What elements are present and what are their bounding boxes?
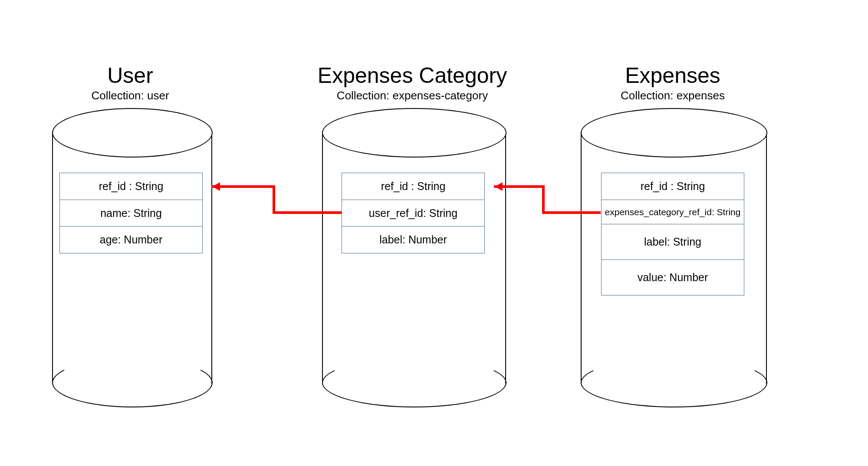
- collection-title-user: User: [107, 63, 153, 88]
- db-cylinder-user: [52, 132, 212, 384]
- field-row: ref_id : String: [601, 173, 744, 200]
- fields-user: ref_id : String name: String age: Number: [59, 173, 203, 253]
- field-row: label: Number: [342, 226, 485, 253]
- relationship-arrow-icon: [485, 182, 602, 221]
- field-row: name: String: [59, 200, 203, 227]
- collection-subtitle-expenses-category: Collection: expenses-category: [337, 89, 488, 102]
- collection-title-expenses-category: Expenses Category: [318, 63, 507, 88]
- field-row: ref_id : String: [59, 173, 203, 200]
- collection-subtitle-user: Collection: user: [91, 89, 169, 102]
- field-row: age: Number: [59, 226, 203, 253]
- field-row: expenses_category_ref_id: String: [601, 200, 744, 225]
- field-row: user_ref_id: String: [342, 200, 485, 227]
- db-cylinder-expenses-category: [322, 132, 506, 384]
- fields-expenses: ref_id : String expenses_category_ref_id…: [601, 173, 744, 295]
- cylinder-top: [52, 108, 213, 158]
- cylinder-bottom: [581, 358, 767, 407]
- field-row: value: Number: [601, 259, 744, 295]
- collection-title-expenses: Expenses: [625, 63, 720, 88]
- cylinder-bottom: [52, 358, 213, 407]
- fields-expenses-category: ref_id : String user_ref_id: String labe…: [342, 173, 485, 253]
- field-row: label: String: [601, 224, 744, 260]
- cylinder-bottom: [322, 358, 506, 407]
- cylinder-top: [581, 108, 767, 158]
- field-row: ref_id : String: [342, 173, 485, 200]
- cylinder-top: [322, 108, 506, 158]
- relationship-arrow-icon: [203, 182, 342, 221]
- collection-subtitle-expenses: Collection: expenses: [621, 89, 725, 102]
